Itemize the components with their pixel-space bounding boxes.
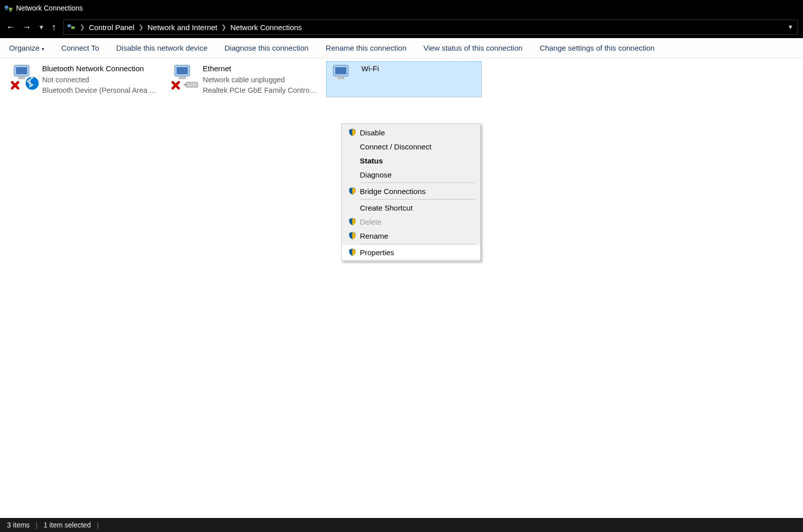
rename-connection-button[interactable]: Rename this connection <box>326 44 407 52</box>
breadcrumb-control-panel[interactable]: Control Panel <box>88 22 136 33</box>
nav-forward-button[interactable]: → <box>22 23 31 32</box>
shield-icon <box>347 218 358 226</box>
title-bar: Network Connections <box>0 0 803 16</box>
control-panel-icon <box>67 23 76 32</box>
ctx-rename[interactable]: Rename <box>342 229 480 243</box>
breadcrumb-network-internet[interactable]: Network and Internet <box>147 22 218 33</box>
connection-device: Realtek PCIe GbE Family Controller <box>203 85 318 96</box>
ctx-properties[interactable]: Properties <box>342 245 480 259</box>
svg-point-9 <box>26 77 39 90</box>
ctx-connect-disconnect[interactable]: Connect / Disconnect <box>342 139 480 153</box>
connection-item-ethernet[interactable]: Ethernet Network cable unplugged Realtek… <box>168 61 323 97</box>
svg-rect-0 <box>5 6 9 9</box>
ctx-create-shortcut[interactable]: Create Shortcut <box>342 201 480 215</box>
status-bar: 3 items | 1 item selected | <box>0 518 803 532</box>
ctx-separator <box>360 244 475 244</box>
organize-menu[interactable]: Organize▾ <box>9 44 44 52</box>
connection-status: Network cable unplugged <box>203 75 318 86</box>
svg-rect-5 <box>71 27 75 29</box>
window-title: Network Connections <box>16 4 83 12</box>
change-settings-button[interactable]: Change settings of this connection <box>540 44 654 52</box>
shield-icon <box>347 128 358 136</box>
ctx-diagnose[interactable]: Diagnose <box>342 167 480 182</box>
breadcrumb-network-connections[interactable]: Network Connections <box>229 22 303 33</box>
caret-down-icon: ▾ <box>42 46 44 52</box>
nav-back-button[interactable]: ← <box>6 23 15 32</box>
shield-icon <box>347 232 358 240</box>
ctx-separator <box>360 183 475 183</box>
svg-rect-11 <box>177 67 188 74</box>
connection-name: Wi-Fi <box>361 63 379 75</box>
view-status-button[interactable]: View status of this connection <box>424 44 522 52</box>
connection-item-wifi[interactable]: Wi-Fi <box>326 61 482 97</box>
ctx-separator <box>360 199 475 200</box>
network-adapter-icon <box>328 62 358 90</box>
svg-rect-13 <box>186 82 198 87</box>
status-item-count: 3 items <box>7 521 30 529</box>
connection-item-bluetooth[interactable]: Bluetooth Network Connection Not connect… <box>7 61 163 97</box>
svg-rect-12 <box>179 76 186 79</box>
network-adapter-icon <box>170 62 200 90</box>
status-separator: | <box>36 521 38 529</box>
navigation-bar: ← → ▼ ↑ ❯ Control Panel ❯ Network and In… <box>0 16 803 38</box>
connection-name: Ethernet <box>203 63 318 75</box>
ctx-status[interactable]: Status <box>342 153 480 167</box>
chevron-right-icon: ❯ <box>136 24 147 31</box>
connection-device: Bluetooth Device (Personal Area ... <box>42 85 156 96</box>
svg-rect-16 <box>335 67 346 74</box>
app-icon <box>4 4 13 13</box>
connect-to-button[interactable]: Connect To <box>61 44 99 52</box>
ctx-delete: Delete <box>342 215 480 229</box>
shield-icon <box>347 248 358 256</box>
diagnose-connection-button[interactable]: Diagnose this connection <box>224 44 309 52</box>
status-selection: 1 item selected <box>44 521 91 529</box>
disable-device-button[interactable]: Disable this network device <box>116 44 207 52</box>
svg-rect-1 <box>9 8 13 10</box>
address-bar[interactable]: ❯ Control Panel ❯ Network and Internet ❯… <box>63 20 798 35</box>
svg-rect-3 <box>10 11 12 12</box>
svg-rect-2 <box>6 9 8 10</box>
svg-rect-17 <box>337 76 344 79</box>
shield-icon <box>347 187 358 195</box>
nav-recent-dropdown[interactable]: ▼ <box>38 24 45 31</box>
nav-up-button[interactable]: ↑ <box>52 23 56 32</box>
svg-rect-7 <box>16 67 27 74</box>
command-bar: Organize▾ Connect To Disable this networ… <box>0 38 803 58</box>
svg-rect-4 <box>67 25 71 27</box>
chevron-right-icon: ❯ <box>218 24 229 31</box>
connection-status: Not connected <box>42 75 156 86</box>
svg-rect-8 <box>18 76 25 79</box>
network-adapter-icon <box>9 62 39 90</box>
address-history-dropdown[interactable]: ▼ <box>787 24 793 31</box>
ctx-disable[interactable]: Disable <box>342 125 480 139</box>
connection-name: Bluetooth Network Connection <box>42 63 156 75</box>
context-menu: Disable Connect / Disconnect Status Diag… <box>341 123 481 261</box>
content-area: Bluetooth Network Connection Not connect… <box>0 58 803 518</box>
ctx-bridge-connections[interactable]: Bridge Connections <box>342 184 480 198</box>
status-separator: | <box>97 521 99 529</box>
chevron-right-icon: ❯ <box>77 24 88 31</box>
